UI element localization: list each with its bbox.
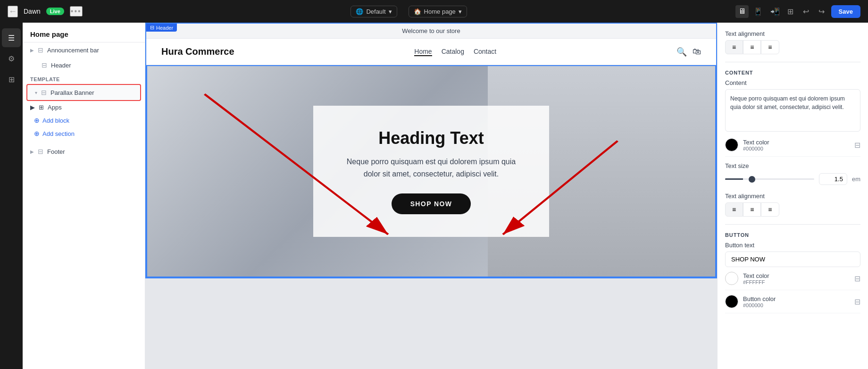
header-label: Header: [51, 62, 71, 69]
text-alignment-label-2: Text alignment: [725, 193, 860, 200]
sidebar-item-footer[interactable]: ▶ ⊟ Footer: [23, 144, 145, 159]
canvas-area: ⊟ Header Welcome to our store Hura Comme…: [145, 23, 717, 369]
page-selector[interactable]: 🏠 Home page ▾: [409, 6, 467, 17]
sidebar-item-parallax-banner[interactable]: ▾ ⊟ Parallax Banner: [26, 84, 141, 101]
add-section-label: Add section: [42, 130, 75, 137]
parallax-grid-icon: ⊟: [41, 89, 47, 96]
text-alignment-label: Text alignment: [725, 30, 860, 37]
sidebar-item-apps[interactable]: ▶ ⊞ Apps: [23, 101, 145, 114]
text-size-label: Text size: [725, 162, 860, 169]
theme-selector[interactable]: 🌐 Default ▾: [351, 6, 397, 17]
announcement-chevron-icon: ▶: [30, 48, 34, 53]
page-chevron-icon: ▾: [459, 8, 462, 15]
text-size-unit: em: [852, 176, 860, 183]
back-button[interactable]: ←: [8, 6, 18, 17]
sidebar-title: Home page: [23, 23, 145, 42]
mobile-view-button[interactable]: 📲: [768, 5, 783, 18]
align-right-button[interactable]: ≡: [761, 40, 779, 54]
content-textarea[interactable]: [725, 89, 860, 132]
redo-button[interactable]: ↪: [816, 5, 827, 18]
add-block-label: Add block: [42, 117, 69, 124]
announcement-grid-icon: ⊟: [38, 46, 43, 54]
button-text-input[interactable]: [725, 252, 860, 267]
btn-text-color-swatch[interactable]: [725, 272, 738, 285]
add-block-link[interactable]: ⊕ Add block: [23, 114, 145, 127]
text-alignment-buttons-2: ≡ ≡ ≡: [725, 202, 860, 217]
divider-2: [725, 224, 860, 225]
right-panel: Text alignment ≡ ≡ ≡ CONTENT Content Tex…: [717, 23, 868, 369]
btn-color-database-icon[interactable]: ⊟: [854, 297, 860, 306]
btn-text-color-info: Text color #FFFFFF: [743, 272, 769, 285]
btn-color-info: Button color #000000: [743, 295, 776, 308]
theme-label: Default: [366, 8, 385, 15]
search-icon[interactable]: 🔍: [676, 47, 687, 57]
desktop-view-button[interactable]: 🖥: [735, 5, 749, 18]
align-center-button[interactable]: ≡: [743, 40, 761, 54]
text-size-slider-row: em: [725, 173, 860, 185]
align-left-button[interactable]: ≡: [725, 40, 743, 54]
footer-grid-icon: ⊟: [38, 148, 43, 155]
footer-label: Footer: [47, 148, 65, 155]
add-section-link[interactable]: ⊕ Add section: [23, 127, 145, 140]
custom-view-button[interactable]: ⊞: [785, 5, 796, 18]
text-color-info: Text color #000000: [743, 139, 769, 151]
text-color-name: Text color: [743, 139, 769, 146]
main-layout: ☰ ⚙ ⊞ Home page ▶ ⊟ Announcement bar ⊟ H…: [0, 23, 868, 369]
btn-color-name: Button color: [743, 295, 776, 302]
divider-1: [725, 62, 860, 62]
hero-text: Neque porro quisquam est qui dolorem ips…: [343, 156, 519, 180]
nav-contact[interactable]: Contact: [474, 48, 496, 56]
btn-color-swatch-row: Button color #000000: [725, 295, 776, 308]
save-button[interactable]: Save: [831, 5, 860, 18]
sidebar: Home page ▶ ⊟ Announcement bar ⊟ Header …: [23, 23, 145, 369]
text-size-input[interactable]: [819, 173, 847, 185]
hero-heading: Heading Text: [343, 128, 519, 148]
icon-bar: ☰ ⚙ ⊞: [0, 23, 23, 369]
store-logo: Hura Commerce: [161, 46, 234, 57]
hero-shop-button[interactable]: SHOP NOW: [392, 193, 471, 214]
btn-color-row: Button color #000000 ⊟: [725, 290, 860, 313]
add-section-plus-icon: ⊕: [34, 130, 40, 137]
tablet-view-button[interactable]: 📱: [751, 5, 766, 18]
text-color-row: Text color #000000 ⊟: [725, 134, 860, 157]
btn-text-color-row: Text color #FFFFFF ⊟: [725, 267, 860, 290]
apps-icon-button[interactable]: ⊞: [2, 70, 21, 89]
align-center-button-2[interactable]: ≡: [743, 202, 761, 217]
topbar-right: 🖥 📱 📲 ⊞ ↩ ↪ Save: [735, 5, 860, 18]
nav-home[interactable]: Home: [414, 48, 432, 56]
btn-color-swatch[interactable]: [725, 295, 738, 308]
cart-icon[interactable]: 🛍: [693, 47, 701, 57]
settings-icon-button[interactable]: ⚙: [2, 49, 21, 68]
nav-catalog[interactable]: Catalog: [442, 48, 464, 56]
announcement-text: Welcome to our store: [402, 27, 460, 34]
text-color-swatch[interactable]: [725, 138, 738, 151]
template-section-label: Template: [23, 73, 145, 84]
page-icon: 🏠: [414, 8, 421, 15]
store-header: Hura Commerce Home Catalog Contact 🔍 🛍: [146, 39, 716, 65]
more-button[interactable]: •••: [70, 6, 83, 17]
text-size-slider[interactable]: [725, 178, 814, 180]
align-right-button-2[interactable]: ≡: [761, 202, 779, 217]
content-section-label: CONTENT: [725, 70, 860, 75]
header-badge: ⊟ Header: [146, 24, 177, 32]
parallax-chevron-icon: ▾: [35, 90, 37, 95]
text-color-database-icon[interactable]: ⊟: [854, 141, 860, 150]
store-header-section: ⊟ Header Welcome to our store Hura Comme…: [146, 24, 716, 65]
theme-icon: 🌐: [356, 8, 363, 15]
page-label: Home page: [424, 8, 456, 15]
sidebar-item-header[interactable]: ⊟ Header: [23, 58, 145, 73]
undo-button[interactable]: ↩: [800, 5, 812, 18]
btn-text-color-hex: #FFFFFF: [743, 279, 769, 285]
button-text-label: Button text: [725, 242, 860, 249]
theme-chevron-icon: ▾: [389, 8, 392, 15]
btn-color-hex: #000000: [743, 302, 776, 308]
align-left-button-2[interactable]: ≡: [725, 202, 743, 217]
apps-chevron-icon: ▶: [30, 104, 35, 111]
btn-text-color-database-icon[interactable]: ⊟: [854, 274, 860, 283]
store-icons: 🔍 🛍: [676, 47, 701, 57]
sidebar-item-announcement-bar[interactable]: ▶ ⊟ Announcement bar: [23, 42, 145, 58]
topbar: ← Dawn Live ••• 🌐 Default ▾ 🏠 Home page …: [0, 0, 868, 23]
sections-icon-button[interactable]: ☰: [2, 28, 21, 47]
site-name: Dawn: [24, 8, 41, 15]
text-color-hex: #000000: [743, 146, 769, 151]
